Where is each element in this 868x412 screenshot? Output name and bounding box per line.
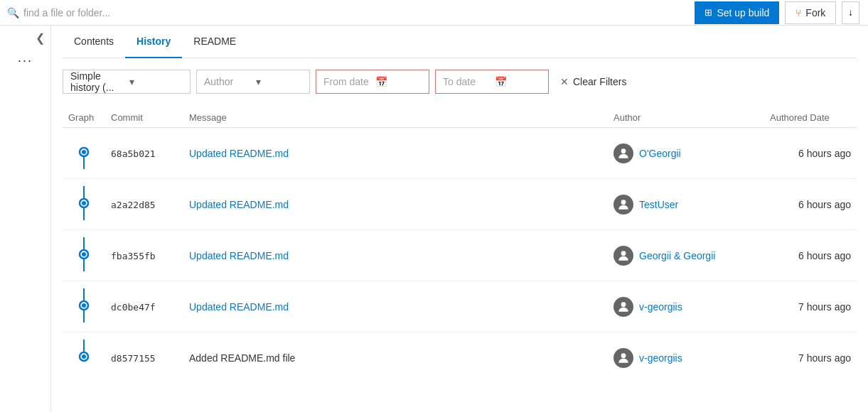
tabs-bar: Contents History README [63, 26, 857, 58]
commit-table: Graph Commit Message Author Authored Dat… [63, 108, 857, 383]
svg-point-22 [621, 353, 626, 358]
svg-point-7 [82, 201, 86, 205]
tab-history[interactable]: History [125, 26, 182, 58]
clear-filters-button[interactable]: ✕ Clear Filters [554, 72, 632, 92]
commit-message-cell: Updated README.md [183, 281, 608, 332]
to-date-label: To date [443, 76, 489, 87]
graph-header: Graph [63, 108, 105, 128]
history-type-dropdown[interactable]: Simple history (... ▾ [63, 70, 191, 94]
commit-hash-cell: 68a5b021 [105, 128, 183, 179]
svg-point-12 [82, 252, 86, 256]
author-header: Author [608, 108, 764, 128]
author-name-link[interactable]: v-georgiis [639, 352, 682, 364]
commit-hash-cell: dc0be47f [105, 281, 183, 332]
commit-message-text: Added README.md file [189, 352, 295, 364]
commit-message-cell: Added README.md file [183, 332, 608, 384]
clear-filters-label: Clear Filters [573, 76, 626, 87]
avatar [614, 348, 633, 368]
author-cell: v-georgiis [608, 332, 764, 384]
svg-point-2 [82, 150, 86, 154]
author-dropdown[interactable]: Author ▾ [196, 70, 310, 94]
commit-message-link[interactable]: Updated README.md [189, 148, 289, 159]
commit-message-cell: Updated README.md [183, 230, 608, 281]
svg-point-18 [621, 302, 626, 307]
download-icon: ↓ [848, 7, 853, 18]
graph-svg [73, 135, 95, 169]
commit-message-link[interactable]: Updated README.md [189, 250, 289, 261]
commit-message-cell: Updated README.md [183, 179, 608, 230]
author-chevron-icon: ▾ [256, 76, 302, 87]
svg-point-3 [621, 148, 626, 153]
search-placeholder-text: find a file or folder... [23, 7, 110, 18]
content-area: Contents History README Simple history (… [51, 26, 868, 412]
collapse-icon[interactable]: ❮ [36, 31, 45, 45]
date-header: Authored Date [764, 108, 857, 128]
graph-svg [73, 237, 95, 271]
fork-button[interactable]: ⑂ Fork [785, 1, 836, 24]
commit-hash-cell: a2a22d85 [105, 179, 183, 230]
author-cell: O'Georgii [608, 128, 764, 179]
table-row: dc0be47fUpdated README.md v-georgiis7 ho… [63, 281, 857, 332]
table-row: fba355fbUpdated README.md Georgii & Geor… [63, 230, 857, 281]
avatar-icon [616, 300, 631, 314]
author-name-link[interactable]: Georgii & Georgii [639, 250, 715, 261]
author-name-link[interactable]: O'Georgii [639, 148, 681, 159]
top-bar-actions: ⊞ Set up build ⑂ Fork ↓ [695, 1, 859, 24]
commit-message-cell: Updated README.md [183, 128, 608, 179]
table-row: d8577155Added README.md file v-georgiis7… [63, 332, 857, 384]
commit-hash: dc0be47f [111, 302, 156, 313]
author-cell: TestUser [608, 179, 764, 230]
setup-build-icon: ⊞ [704, 7, 712, 18]
authored-date-cell: 6 hours ago [764, 128, 857, 179]
author-name-link[interactable]: TestUser [639, 199, 678, 210]
to-date-calendar-icon: 📅 [495, 76, 541, 87]
commit-hash: fba355fb [111, 251, 156, 261]
tab-contents[interactable]: Contents [63, 26, 125, 58]
download-button[interactable]: ↓ [842, 1, 859, 24]
authored-date: 7 hours ago [798, 301, 851, 313]
from-date-calendar-icon: 📅 [375, 76, 422, 87]
from-date-picker[interactable]: From date 📅 [316, 70, 429, 94]
commit-message-link[interactable]: Updated README.md [189, 301, 289, 313]
table-header-row: Graph Commit Message Author Authored Dat… [63, 108, 857, 128]
main-layout: ❮ ··· Contents History README Simple his… [0, 26, 868, 412]
avatar [614, 246, 633, 266]
commit-hash-cell: d8577155 [105, 332, 183, 384]
setup-build-label: Set up build [717, 7, 769, 18]
author-label: Author [204, 76, 250, 87]
to-date-picker[interactable]: To date 📅 [435, 70, 549, 94]
filters-row: Simple history (... ▾ Author ▾ From date… [63, 70, 857, 94]
sidebar-collapse-area: ❮ [0, 31, 50, 45]
fork-icon: ⑂ [795, 7, 801, 18]
avatar-icon [616, 197, 631, 212]
history-type-label: Simple history (... [70, 70, 124, 93]
graph-cell [63, 230, 105, 281]
sidebar-more-icon[interactable]: ··· [18, 53, 33, 68]
from-date-label: From date [323, 76, 370, 87]
commit-header: Commit [105, 108, 183, 128]
clear-filters-x-icon: ✕ [560, 76, 569, 87]
fork-label: Fork [805, 7, 825, 18]
table-row: a2a22d85Updated README.md TestUser6 hour… [63, 179, 857, 230]
svg-point-8 [621, 200, 626, 205]
avatar [614, 143, 633, 163]
commit-hash-cell: fba355fb [105, 230, 183, 281]
tab-readme[interactable]: README [182, 26, 247, 58]
search-area: 🔍 find a file or folder... [0, 7, 110, 18]
authored-date-cell: 7 hours ago [764, 332, 857, 384]
authored-date: 6 hours ago [798, 148, 851, 159]
commit-message-link[interactable]: Updated README.md [189, 199, 289, 210]
setup-build-button[interactable]: ⊞ Set up build [695, 1, 779, 24]
graph-svg [73, 186, 95, 220]
avatar [614, 297, 633, 317]
svg-point-21 [82, 354, 86, 359]
table-row: 68a5b021Updated README.md O'Georgii6 hou… [63, 128, 857, 179]
sidebar: ❮ ··· [0, 26, 51, 412]
svg-point-17 [82, 303, 86, 308]
top-bar: 🔍 find a file or folder... ⊞ Set up buil… [0, 0, 868, 26]
authored-date: 7 hours ago [798, 352, 851, 364]
graph-svg [73, 340, 95, 374]
author-name-link[interactable]: v-georgiis [639, 301, 682, 313]
avatar-icon [616, 249, 631, 263]
authored-date-cell: 6 hours ago [764, 179, 857, 230]
